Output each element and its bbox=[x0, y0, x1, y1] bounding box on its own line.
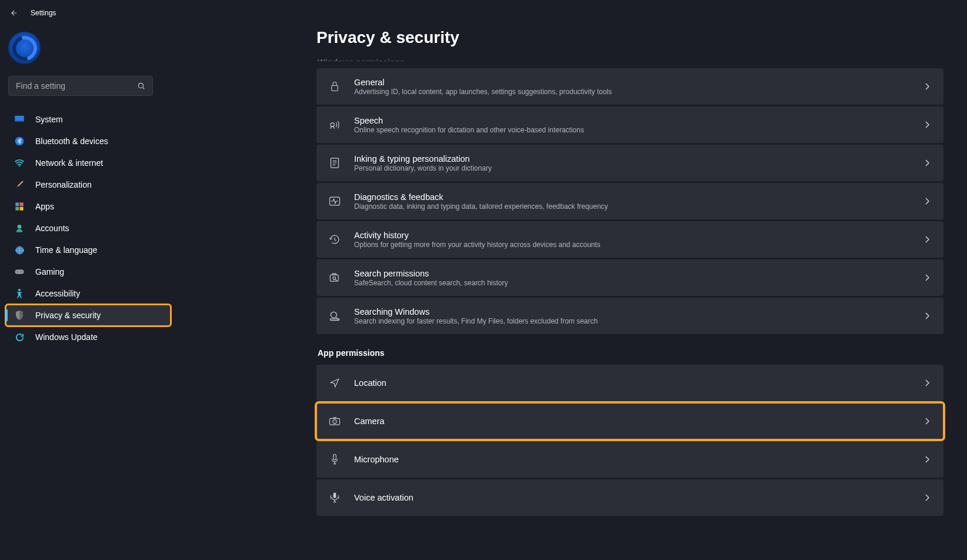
header-bar: Settings bbox=[0, 0, 967, 26]
card-title: Microphone bbox=[354, 455, 909, 464]
svg-point-4 bbox=[19, 165, 20, 166]
sidebar-item-label: Network & internet bbox=[35, 158, 103, 168]
card-location[interactable]: Location bbox=[316, 365, 943, 401]
card-speech[interactable]: Speech Online speech recognition for dic… bbox=[316, 106, 943, 143]
app-permissions-list: Location Camera Microphone bbox=[316, 365, 943, 516]
svg-point-15 bbox=[18, 289, 21, 291]
section-heading-app-permissions: App permissions bbox=[318, 348, 943, 358]
search-icon bbox=[137, 82, 145, 90]
microphone-icon bbox=[328, 453, 341, 466]
svg-rect-28 bbox=[334, 493, 336, 498]
sidebar-item-network[interactable]: Network & internet bbox=[6, 152, 171, 174]
svg-point-26 bbox=[333, 420, 336, 424]
windows-permissions-list: General Advertising ID, local content, a… bbox=[316, 68, 943, 334]
sidebar-item-gaming[interactable]: Gaming bbox=[6, 261, 171, 282]
svg-point-14 bbox=[21, 271, 22, 272]
search-windows-icon bbox=[328, 309, 341, 322]
chevron-right-icon bbox=[922, 378, 932, 388]
card-camera[interactable]: Camera bbox=[316, 403, 943, 439]
svg-rect-6 bbox=[20, 202, 24, 206]
camera-icon bbox=[328, 415, 341, 428]
sidebar-item-label: Accounts bbox=[35, 224, 69, 233]
wifi-icon bbox=[14, 158, 25, 168]
sidebar-item-label: Accessibility bbox=[35, 289, 80, 298]
chevron-right-icon bbox=[922, 82, 932, 91]
sidebar-item-apps[interactable]: Apps bbox=[6, 196, 171, 217]
sidebar-item-windows-update[interactable]: Windows Update bbox=[6, 326, 171, 348]
sidebar-item-label: Gaming bbox=[35, 267, 64, 276]
sidebar-item-bluetooth[interactable]: Bluetooth & devices bbox=[6, 131, 171, 152]
chevron-right-icon bbox=[922, 311, 932, 321]
card-body: Location bbox=[354, 378, 909, 388]
sidebar-item-label: System bbox=[35, 115, 63, 124]
card-title: Inking & typing personalization bbox=[354, 154, 909, 164]
card-body: Voice activation bbox=[354, 493, 909, 502]
apps-icon bbox=[14, 201, 25, 212]
svg-point-9 bbox=[18, 225, 22, 229]
card-title: Diagnostics & feedback bbox=[354, 192, 909, 202]
svg-rect-24 bbox=[331, 319, 339, 321]
svg-rect-16 bbox=[332, 86, 338, 91]
card-searching-windows[interactable]: Searching Windows Search indexing for fa… bbox=[316, 298, 943, 334]
card-body: Diagnostics & feedback Diagnostic data, … bbox=[354, 192, 909, 211]
card-search-permissions[interactable]: Search permissions SafeSearch, cloud con… bbox=[316, 259, 943, 296]
card-desc: Diagnostic data, inking and typing data,… bbox=[354, 202, 909, 211]
card-desc: Options for getting more from your activ… bbox=[354, 241, 909, 249]
avatar[interactable] bbox=[8, 32, 41, 64]
card-diagnostics[interactable]: Diagnostics & feedback Diagnostic data, … bbox=[316, 183, 943, 219]
svg-rect-12 bbox=[15, 269, 24, 274]
svg-rect-5 bbox=[15, 202, 19, 206]
accessibility-icon bbox=[14, 288, 25, 299]
card-activity-history[interactable]: Activity history Options for getting mor… bbox=[316, 221, 943, 258]
voice-icon bbox=[328, 491, 341, 504]
sidebar-item-label: Windows Update bbox=[35, 332, 98, 342]
card-body: Camera bbox=[354, 416, 909, 426]
page-title: Privacy & security bbox=[316, 28, 943, 47]
back-button[interactable] bbox=[9, 8, 19, 18]
card-general[interactable]: General Advertising ID, local content, a… bbox=[316, 68, 943, 105]
sidebar-item-accessibility[interactable]: Accessibility bbox=[6, 283, 171, 304]
sidebar-item-accounts[interactable]: Accounts bbox=[6, 218, 171, 239]
chevron-right-icon bbox=[922, 455, 932, 464]
card-body: Inking & typing personalization Personal… bbox=[354, 154, 909, 172]
sidebar-item-privacy-security[interactable]: Privacy & security bbox=[6, 305, 171, 326]
svg-point-13 bbox=[17, 271, 18, 272]
chevron-right-icon bbox=[922, 273, 932, 282]
card-title: Location bbox=[354, 378, 909, 388]
card-inking[interactable]: Inking & typing personalization Personal… bbox=[316, 145, 943, 181]
svg-point-22 bbox=[333, 276, 336, 279]
search-input[interactable] bbox=[16, 81, 137, 91]
card-body: General Advertising ID, local content, a… bbox=[354, 78, 909, 96]
header-title: Settings bbox=[31, 9, 56, 17]
section-heading-windows-permissions: Windows permissions bbox=[318, 58, 943, 61]
card-title: General bbox=[354, 78, 909, 87]
sidebar-item-label: Privacy & security bbox=[35, 311, 101, 320]
person-icon bbox=[14, 223, 25, 234]
chevron-right-icon bbox=[922, 120, 932, 129]
card-desc: Search indexing for faster results, Find… bbox=[354, 317, 909, 325]
chevron-right-icon bbox=[922, 196, 932, 206]
svg-rect-20 bbox=[330, 275, 338, 281]
card-title: Search permissions bbox=[354, 269, 909, 278]
sidebar-item-label: Personalization bbox=[35, 180, 92, 189]
card-title: Activity history bbox=[354, 231, 909, 240]
inking-icon bbox=[328, 156, 341, 169]
monitor-icon bbox=[14, 114, 25, 125]
card-microphone[interactable]: Microphone bbox=[316, 441, 943, 478]
sidebar-item-label: Bluetooth & devices bbox=[35, 136, 108, 146]
gamepad-icon bbox=[14, 266, 25, 277]
card-voice-activation[interactable]: Voice activation bbox=[316, 479, 943, 516]
search-box[interactable] bbox=[8, 76, 153, 96]
card-body: Search permissions SafeSearch, cloud con… bbox=[354, 269, 909, 287]
svg-rect-1 bbox=[15, 116, 24, 122]
diagnostics-icon bbox=[328, 195, 341, 208]
sidebar-item-system[interactable]: System bbox=[6, 109, 171, 130]
svg-point-23 bbox=[331, 312, 336, 318]
sidebar-item-personalization[interactable]: Personalization bbox=[6, 174, 171, 195]
svg-rect-25 bbox=[330, 418, 340, 425]
chevron-right-icon bbox=[922, 158, 932, 168]
card-title: Voice activation bbox=[354, 493, 909, 502]
shield-icon bbox=[14, 310, 25, 321]
sidebar-item-time-language[interactable]: Time & language bbox=[6, 239, 171, 261]
card-body: Speech Online speech recognition for dic… bbox=[354, 116, 909, 134]
